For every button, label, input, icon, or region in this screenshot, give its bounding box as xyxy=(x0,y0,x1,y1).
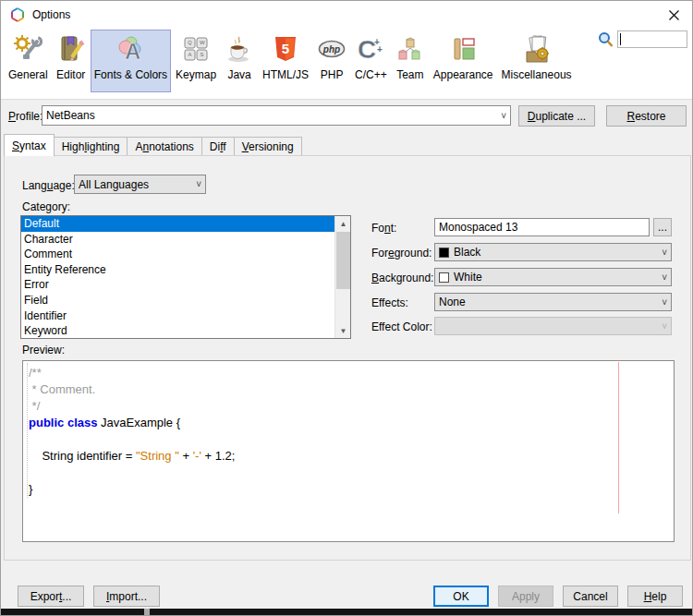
category-listbox[interactable]: Default Character Comment Entity Referen… xyxy=(20,215,351,339)
right-margin-line xyxy=(618,362,619,513)
tab-versioning[interactable]: Versioning xyxy=(234,137,302,156)
tab-strip: Syntax Highlighting Annotations Diff Ver… xyxy=(4,134,301,156)
scroll-up-icon[interactable]: ▲ xyxy=(335,216,351,231)
code-line xyxy=(29,431,235,448)
svg-text:S: S xyxy=(201,52,204,57)
toolbar-item-team[interactable]: Team xyxy=(392,30,429,92)
chevron-down-icon: ˅ xyxy=(662,272,667,283)
toolbar-item-keymap[interactable]: QW AS Keymap xyxy=(172,30,220,92)
help-button[interactable]: Help xyxy=(627,586,683,607)
background-combobox[interactable]: White ˅ xyxy=(434,268,672,286)
list-item-entity-reference[interactable]: Entity Reference xyxy=(21,262,334,278)
toolbar-item-fonts-colors[interactable]: A Fonts & Colors xyxy=(91,30,171,92)
font-browse-button[interactable]: ... xyxy=(653,218,672,236)
language-combobox[interactable]: All Languages ˅ xyxy=(74,175,206,194)
code-line xyxy=(29,465,235,481)
options-dialog: Options General xyxy=(0,0,693,616)
effects-combobox[interactable]: None ˅ xyxy=(434,293,672,311)
list-item-error[interactable]: Error xyxy=(21,277,334,293)
svg-text:A: A xyxy=(188,52,192,57)
font-field[interactable]: Monospaced 13 xyxy=(434,218,650,236)
preview-pane: /** * Comment. */public class JavaExampl… xyxy=(22,360,675,542)
code-folding-margin xyxy=(27,363,28,498)
effects-label: Effects: xyxy=(371,296,408,309)
code-line: */ xyxy=(29,398,235,415)
search-area xyxy=(598,30,687,48)
toolbar-item-label: Fonts & Colors xyxy=(94,68,167,81)
toolbar-item-label: General xyxy=(8,68,48,81)
list-item-identifier[interactable]: Identifier xyxy=(21,308,334,324)
netbeans-logo-icon xyxy=(10,7,25,22)
search-input[interactable] xyxy=(617,30,687,48)
chevron-down-icon: ˅ xyxy=(501,111,506,121)
toolbar-item-label: Team xyxy=(396,68,423,81)
import-button[interactable]: Import... xyxy=(93,586,160,607)
cancel-button[interactable]: Cancel xyxy=(563,586,618,607)
code-line: /** xyxy=(29,365,235,381)
chevron-down-icon: ˅ xyxy=(662,297,667,308)
language-label: Language: xyxy=(22,179,75,192)
team-icon xyxy=(395,34,425,64)
toolbar-item-appearance[interactable]: Appearance xyxy=(430,30,497,92)
code-preview: /** * Comment. */public class JavaExampl… xyxy=(29,365,235,498)
general-icon xyxy=(13,34,43,64)
appearance-icon xyxy=(448,34,478,64)
toolbar-item-ccpp[interactable]: C + + C/C++ xyxy=(351,30,391,92)
toolbar-item-miscellaneous[interactable]: Miscellaneous xyxy=(498,30,576,92)
toolbar-item-php[interactable]: php PHP xyxy=(313,30,350,92)
close-button[interactable] xyxy=(655,1,692,29)
toolbar-item-editor[interactable]: Editor xyxy=(53,30,90,92)
list-item-default[interactable]: Default xyxy=(21,216,334,232)
language-value: All Languages xyxy=(79,178,149,191)
chevron-down-icon: ˅ xyxy=(662,321,667,332)
title-bar[interactable]: Options xyxy=(1,1,692,29)
scrollbar-thumb[interactable] xyxy=(336,232,350,289)
toolbar-item-java[interactable]: Java xyxy=(221,30,258,92)
category-label: Category: xyxy=(22,200,70,213)
tab-highlighting[interactable]: Highlighting xyxy=(54,137,128,156)
background-window-edge xyxy=(1,609,692,615)
toolbar-item-general[interactable]: General xyxy=(5,30,52,92)
background-label: Background: xyxy=(371,272,433,284)
chevron-down-icon: ˅ xyxy=(662,248,667,258)
toolbar-item-label: PHP xyxy=(321,68,344,81)
foreground-value: Black xyxy=(454,246,480,259)
list-item-character[interactable]: Character xyxy=(21,232,334,248)
list-item-field[interactable]: Field xyxy=(21,293,334,308)
profile-combobox[interactable]: NetBeans ˅ xyxy=(42,105,511,126)
toolbar-item-label: HTML/JS xyxy=(262,68,309,81)
restore-button[interactable]: Restore xyxy=(606,105,687,127)
foreground-label: Foreground: xyxy=(371,247,432,260)
toolbar-item-label: Java xyxy=(227,68,250,81)
foreground-combobox[interactable]: Black ˅ xyxy=(434,243,672,261)
toolbar-item-label: Appearance xyxy=(433,68,493,81)
svg-text:W: W xyxy=(200,40,205,45)
syntax-tab-panel: Language: All Languages ˅ Category: Defa… xyxy=(4,155,691,561)
font-label: Font: xyxy=(371,222,396,235)
java-icon xyxy=(225,34,254,64)
effect-color-combobox: ˅ xyxy=(434,317,672,335)
list-item-keyword[interactable]: Keyword xyxy=(21,323,334,338)
apply-button: Apply xyxy=(498,586,553,607)
duplicate-button[interactable]: Duplicate ... xyxy=(518,105,595,127)
export-button[interactable]: Export... xyxy=(18,586,84,607)
tab-diff[interactable]: Diff xyxy=(201,137,235,156)
scroll-down-icon[interactable]: ▼ xyxy=(335,323,351,338)
toolbar-item-label: C/C++ xyxy=(355,68,387,81)
effect-color-label: Effect Color: xyxy=(371,320,432,333)
svg-text:php: php xyxy=(322,44,340,54)
html5-icon: 5 xyxy=(271,34,300,64)
list-item-comment[interactable]: Comment xyxy=(21,247,334,262)
cpp-icon: C + + xyxy=(356,34,385,64)
keymap-icon: QW AS xyxy=(181,34,211,64)
toolbar-item-label: Miscellaneous xyxy=(502,68,572,81)
profile-value: NetBeans xyxy=(46,109,95,122)
toolbar-item-htmljs[interactable]: 5 HTML/JS xyxy=(259,30,312,92)
tab-annotations[interactable]: Annotations xyxy=(127,137,201,156)
window-title: Options xyxy=(32,8,70,21)
close-icon xyxy=(669,10,679,20)
ok-button[interactable]: OK xyxy=(433,586,489,607)
preview-label: Preview: xyxy=(22,344,65,356)
tab-syntax[interactable]: Syntax xyxy=(4,134,55,156)
category-scrollbar[interactable]: ▲ ▼ xyxy=(334,216,350,338)
